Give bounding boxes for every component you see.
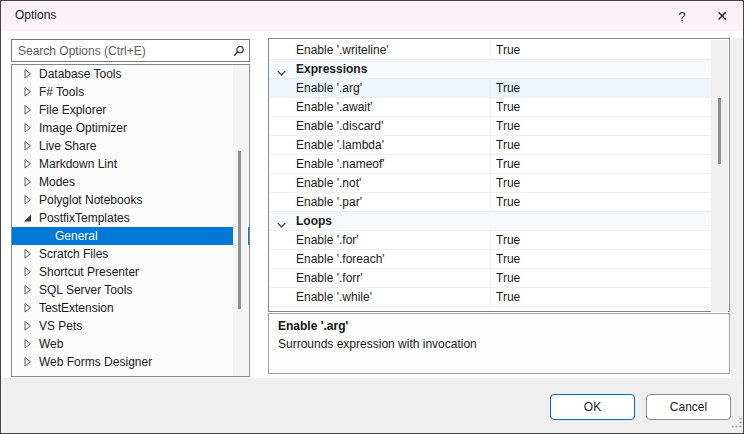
setting-name: Enable '.foreach': [269, 250, 491, 268]
tree-expander-icon[interactable]: [23, 213, 33, 223]
setting-value[interactable]: True: [491, 176, 712, 190]
tree-item[interactable]: F# Tools: [12, 83, 249, 101]
setting-name: Enable '.for': [269, 231, 491, 249]
description-title: Enable '.arg': [278, 319, 720, 333]
setting-value[interactable]: True: [491, 252, 712, 266]
tree-item[interactable]: General: [12, 227, 249, 245]
grid-row[interactable]: Enable '.arg' True: [269, 79, 712, 98]
tree-item[interactable]: VS Pets: [12, 317, 249, 335]
setting-name: Enable '.arg': [269, 79, 491, 97]
tree-expander-icon[interactable]: [23, 123, 33, 133]
search-icon[interactable]: [229, 45, 249, 57]
tree-expander-icon[interactable]: [23, 357, 33, 367]
tree-items: Database Tools F# Tools File Explorer: [12, 65, 249, 371]
ok-button[interactable]: OK: [550, 394, 635, 420]
grid-rows: Enable '.writeline' True Expressions Ena…: [269, 41, 712, 307]
tree-expander-icon[interactable]: [23, 141, 33, 151]
tree-item[interactable]: Web: [12, 335, 249, 353]
tree-item[interactable]: PostfixTemplates: [12, 209, 249, 227]
resize-grip-icon[interactable]: [732, 414, 742, 432]
grid-row[interactable]: Loops: [269, 212, 712, 231]
tree-item[interactable]: File Explorer: [12, 101, 249, 119]
setting-value[interactable]: True: [491, 119, 712, 133]
tree-item[interactable]: Database Tools: [12, 65, 249, 83]
tree-item[interactable]: Live Share: [12, 137, 249, 155]
tree-expander-icon[interactable]: [23, 105, 33, 115]
setting-value[interactable]: True: [491, 271, 712, 285]
setting-value[interactable]: True: [491, 290, 712, 304]
grid-row[interactable]: Expressions: [269, 60, 712, 79]
close-button[interactable]: ✕: [703, 1, 741, 31]
tree-expander-icon[interactable]: [23, 195, 33, 205]
titlebar: Options ? ✕: [1, 1, 743, 31]
grid-row[interactable]: Enable '.writeline' True: [269, 41, 712, 60]
setting-value[interactable]: True: [491, 157, 712, 171]
help-icon: ?: [678, 9, 685, 24]
tree-item[interactable]: TestExtension: [12, 299, 249, 317]
tree-item[interactable]: Shortcut Presenter: [12, 263, 249, 281]
grid-row[interactable]: Enable '.forr' True: [269, 269, 712, 288]
search-input[interactable]: Search Options (Ctrl+E): [11, 39, 250, 62]
window-title: Options: [15, 8, 56, 22]
setting-name: Loops: [269, 214, 491, 228]
grid-row[interactable]: Enable '.nameof' True: [269, 155, 712, 174]
grid-scrollbar-thumb[interactable]: [718, 98, 721, 164]
tree-item[interactable]: Modes: [12, 173, 249, 191]
grid-row[interactable]: Enable '.while' True: [269, 288, 712, 307]
settings-grid: Enable '.writeline' True Expressions Ena…: [268, 38, 730, 312]
setting-name: Enable '.discard': [269, 117, 491, 135]
tree-expander-icon[interactable]: [23, 87, 33, 97]
tree-expander-icon[interactable]: [23, 69, 33, 79]
tree-item-label: Web Forms Designer: [12, 355, 152, 369]
tree-expander-icon[interactable]: [23, 231, 33, 241]
grid-scrollbar[interactable]: [711, 40, 728, 312]
tree-scrollbar[interactable]: [233, 65, 248, 376]
tree-expander-icon[interactable]: [23, 303, 33, 313]
chevron-down-icon[interactable]: [277, 66, 286, 80]
tree-expander-icon[interactable]: [23, 339, 33, 349]
tree-item[interactable]: Image Optimizer: [12, 119, 249, 137]
tree-expander-icon[interactable]: [23, 267, 33, 277]
setting-name: Enable '.lambda': [269, 136, 491, 154]
footer: OK Cancel: [1, 378, 744, 434]
tree-item[interactable]: Polyglot Notebooks: [12, 191, 249, 209]
description-panel: Enable '.arg' Surrounds expression with …: [268, 313, 730, 374]
tree-expander-icon[interactable]: [23, 321, 33, 331]
setting-name: Enable '.forr': [269, 269, 491, 287]
tree-expander-icon[interactable]: [23, 177, 33, 187]
setting-value[interactable]: True: [491, 138, 712, 152]
setting-value[interactable]: True: [491, 195, 712, 209]
tree-item[interactable]: Markdown Lint: [12, 155, 249, 173]
setting-name: Enable '.while': [269, 288, 491, 306]
tree-item[interactable]: SQL Server Tools: [12, 281, 249, 299]
grid-row[interactable]: Enable '.not' True: [269, 174, 712, 193]
grid-row[interactable]: Enable '.discard' True: [269, 117, 712, 136]
setting-value[interactable]: True: [491, 43, 712, 57]
setting-name: Enable '.await': [269, 98, 491, 116]
setting-name: Enable '.writeline': [269, 41, 491, 59]
options-dialog: Options ? ✕ Search Options (Ctrl+E) Data…: [0, 0, 744, 434]
setting-value[interactable]: True: [491, 81, 712, 95]
chevron-down-icon[interactable]: [277, 218, 286, 232]
help-button[interactable]: ?: [663, 1, 701, 31]
tree-expander-icon[interactable]: [23, 249, 33, 259]
setting-name: Enable '.par': [269, 193, 491, 211]
tree-expander-icon[interactable]: [23, 285, 33, 295]
grid-row[interactable]: Enable '.for' True: [269, 231, 712, 250]
tree-item[interactable]: Scratch Files: [12, 245, 249, 263]
grid-row[interactable]: Enable '.foreach' True: [269, 250, 712, 269]
grid-row[interactable]: Enable '.lambda' True: [269, 136, 712, 155]
tree-expander-icon[interactable]: [23, 159, 33, 169]
setting-value[interactable]: True: [491, 100, 712, 114]
tree-item-label: Modes: [12, 175, 75, 189]
tree-scrollbar-thumb[interactable]: [238, 151, 241, 309]
options-tree: Database Tools F# Tools File Explorer: [11, 64, 250, 377]
cancel-button[interactable]: Cancel: [646, 394, 731, 420]
grid-row[interactable]: Enable '.par' True: [269, 193, 712, 212]
tree-item[interactable]: Web Forms Designer: [12, 353, 249, 371]
grid-row[interactable]: Enable '.await' True: [269, 98, 712, 117]
setting-value[interactable]: True: [491, 233, 712, 247]
setting-name: Enable '.nameof': [269, 155, 491, 173]
close-icon: ✕: [716, 8, 728, 24]
description-text: Surrounds expression with invocation: [278, 337, 720, 351]
